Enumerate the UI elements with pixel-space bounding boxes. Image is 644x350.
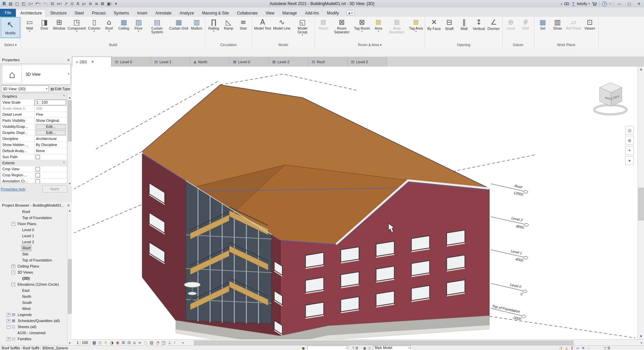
property-row-show-hidden[interactable]: Show Hidden ... By Discipline: [1, 142, 67, 148]
ribbon-button-area[interactable]: ⊠Area▾: [371, 18, 386, 33]
tag-by-category-icon[interactable]: ⊙▾: [69, 1, 75, 7]
type-selector[interactable]: ⌂ 3D View ▾: [1, 64, 71, 85]
browser-item-legends[interactable]: + ▤ Legends: [0, 312, 67, 318]
background-processes-icon[interactable]: ○: [588, 346, 591, 350]
design-options-icon[interactable]: ▣: [363, 346, 366, 350]
ribbon-button-mullion[interactable]: ▥Mullion▾: [189, 18, 204, 33]
restore-button[interactable]: ▢: [626, 2, 633, 6]
ribbon-button-curtain-system[interactable]: ▤Curtain System▾: [146, 18, 168, 37]
redo-icon[interactable]: ↷▾: [42, 1, 49, 7]
ribbon-tab-view[interactable]: View: [261, 9, 278, 17]
ribbon-button-viewer[interactable]: ⊡Viewer▾: [582, 18, 597, 33]
browser-item-top-of-foundation[interactable]: Top of Foundation: [0, 257, 67, 263]
apply-button[interactable]: Apply: [42, 185, 67, 193]
select-pinned-icon[interactable]: ⊼: [571, 346, 573, 350]
view-selector-combo[interactable]: 3D View: {3D}▾: [1, 85, 49, 92]
ribbon-button-model-text[interactable]: AModel Text▾: [253, 18, 272, 33]
reveal-hidden-elements-icon[interactable]: ○: [144, 340, 147, 345]
tree-expander-icon[interactable]: −: [11, 283, 15, 286]
ribbon-button-window[interactable]: ⊞Window▾: [52, 18, 67, 33]
user-account[interactable]: felixfly ▾: [571, 2, 590, 6]
tree-expander-icon[interactable]: +: [7, 337, 10, 341]
ribbon-button-wall[interactable]: ∥Wall▾: [457, 18, 472, 33]
canvas-horizontal-scrollbar[interactable]: ◂ ▸: [180, 340, 644, 345]
active-design-option-icon[interactable]: ◫: [368, 346, 371, 350]
tree-expander-icon[interactable]: −: [11, 271, 15, 274]
ribbon-button-show[interactable]: ▥Show▾: [550, 18, 565, 33]
text-icon[interactable]: A▾: [75, 1, 80, 7]
pan-icon[interactable]: ⌖: [625, 146, 634, 155]
browser-item-level-0[interactable]: Level 0: [0, 227, 67, 233]
close-inactive-views-icon[interactable]: ⊠▾: [100, 1, 105, 7]
browser-item-roof[interactable]: Roof: [0, 245, 67, 251]
ribbon-tab-collaborate[interactable]: Collaborate: [233, 9, 261, 17]
property-row-scale-value-1[interactable]: Scale Value 1: 100: [1, 106, 67, 112]
worksets-icon[interactable]: ●: [302, 346, 305, 350]
tree-expander-icon[interactable]: +: [7, 313, 10, 317]
full-navigation-wheel-icon[interactable]: ◎: [625, 126, 634, 135]
navbar-more-icon[interactable]: ▾: [625, 156, 634, 165]
ribbon-button-ramp[interactable]: ◺Ramp▾: [221, 18, 236, 33]
type-selector-dropdown-icon[interactable]: ▾: [68, 72, 69, 75]
worksharing-display-icon[interactable]: ◔: [559, 346, 563, 350]
section-icon[interactable]: ⊘▾: [88, 1, 93, 7]
ribbon-button-column[interactable]: ▯Column▾: [87, 18, 102, 33]
property-row-extents[interactable]: Extents: [1, 160, 67, 166]
tree-expander-icon[interactable]: −: [11, 222, 15, 226]
ribbon-tab-manage[interactable]: Manage: [278, 9, 301, 17]
customize-qat-icon[interactable]: ▾▾: [114, 1, 118, 7]
ribbon-button-by-face[interactable]: ✕By Face▾: [426, 18, 442, 33]
tree-expander-icon[interactable]: −: [7, 325, 10, 329]
ribbon-tab-annotate[interactable]: Annotate: [151, 9, 175, 17]
aligned-dimension-icon[interactable]: ↗▾: [63, 1, 69, 7]
thin-lines-icon[interactable]: ≡▾: [94, 1, 99, 7]
properties-close-icon[interactable]: ✕: [67, 58, 70, 62]
project-browser-close-icon[interactable]: ✕: [67, 204, 70, 207]
browser-item-elevations-12mm-circle[interactable]: − Elevations (12mm Circle): [0, 281, 67, 287]
property-row-crop-region[interactable]: Crop Region ...: [1, 172, 67, 178]
view-tab-level-1-2[interactable]: ▤ Level 1: [151, 57, 190, 67]
browser-item-sheets-all[interactable]: − ◱ Sheets (all): [0, 324, 67, 330]
model-viewport[interactable]: Roof 12500 Level 2 8000 Level 1 4000 Lev…: [72, 67, 637, 339]
ribbon-tab-massing-site[interactable]: Massing & Site: [198, 9, 233, 17]
browser-item-roof[interactable]: Roof: [0, 209, 67, 215]
ribbon-tab-insert[interactable]: Insert: [133, 9, 151, 17]
undo-icon[interactable]: ↶▾: [35, 1, 42, 7]
view-tab-3d-0[interactable]: ⌂ {3D} ✕: [72, 57, 112, 67]
ribbon-button-model-group[interactable]: ◱Model Group▾: [291, 18, 314, 37]
browser-item-3d-views[interactable]: − 3D Views: [0, 269, 67, 275]
sun-path-icon[interactable]: ☀: [104, 340, 108, 345]
panel-label-select[interactable]: Select ▾: [0, 42, 21, 48]
ribbon-tab-add-ins[interactable]: Add-Ins: [301, 9, 323, 17]
ribbon-button-model-line[interactable]: ∿Model Line▾: [272, 18, 291, 33]
property-row-graphics[interactable]: Graphics: [1, 94, 67, 100]
select-underlay-icon[interactable]: ▱: [576, 346, 579, 350]
select-links-icon[interactable]: △: [565, 346, 568, 350]
ribbon-button-tag-room[interactable]: ⊠Tag Room▾: [353, 18, 371, 33]
ribbon-tab-structure[interactable]: Structure: [46, 9, 71, 17]
ribbon-button-room-separator[interactable]: ⊠Room Separator▾: [331, 18, 353, 37]
ribbon-button-set[interactable]: ▦Set▾: [535, 18, 550, 33]
default-3d-view-icon[interactable]: ⌂▾: [81, 1, 87, 7]
view-tab-level-2-5[interactable]: ▦ Level 2: [269, 57, 308, 67]
panel-label-room-area[interactable]: Room & Area ▾: [315, 42, 425, 48]
ribbon-button-door[interactable]: ◨Door▾: [37, 18, 52, 33]
browser-item-a100-unnamed[interactable]: A100 - Unnamed: [0, 330, 67, 336]
ribbon-button-tag-area[interactable]: ⊠Tag Area▾: [408, 18, 424, 33]
view-tab-level-2-7[interactable]: ▤ Level 2: [348, 57, 387, 67]
analytical-model-icon[interactable]: ◔: [156, 340, 159, 345]
ribbon-button-wall[interactable]: ▭Wall▾: [22, 18, 37, 33]
tree-expander-icon[interactable]: +: [7, 319, 10, 323]
view-tab-close-icon[interactable]: ✕: [91, 60, 94, 64]
property-row-parts-visibility[interactable]: Parts Visibility Show Original: [1, 118, 67, 124]
view-cube[interactable]: BACK LEFT: [594, 83, 627, 114]
view-tab-level-0-4[interactable]: ▦ Level 0: [230, 57, 269, 67]
browser-item-floor-plans[interactable]: − Floor Plans: [0, 221, 67, 227]
save-icon[interactable]: ◰▾: [21, 1, 26, 7]
property-row-detail-level[interactable]: Detail Level Fine: [1, 112, 67, 118]
temporary-view-properties-icon[interactable]: ▤: [150, 340, 153, 345]
browser-item-east[interactable]: East: [0, 287, 67, 293]
ribbon-button-railing[interactable]: ∏Railing▾: [206, 18, 221, 33]
property-row-graphic-displ[interactable]: Graphic Displ... Edit...: [1, 130, 67, 136]
sync-with-central-icon[interactable]: ◇▾: [27, 1, 34, 7]
